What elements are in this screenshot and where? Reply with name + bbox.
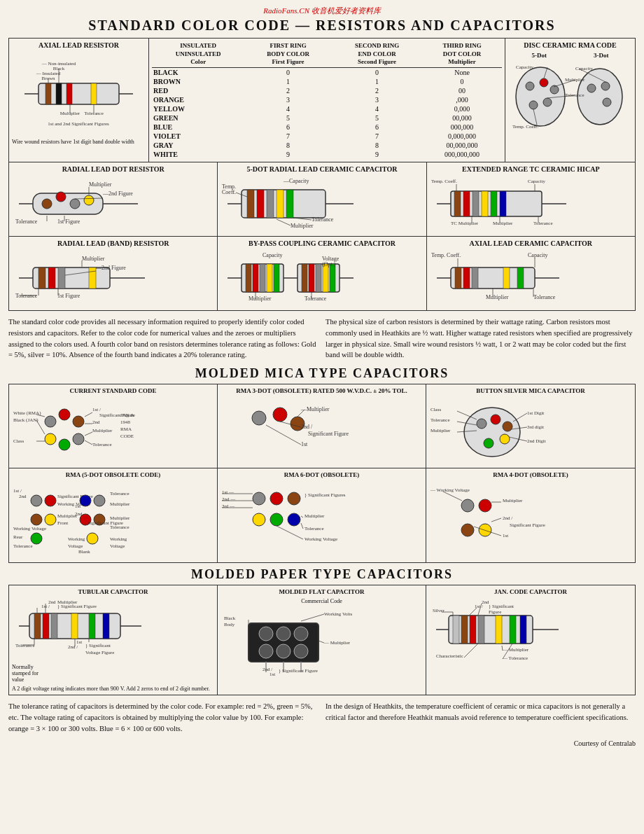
- svg-point-23: [529, 101, 538, 109]
- five-dot-ceramic-title: 5-DOT RADIAL LEAD CERAMIC CAPACITOR: [220, 165, 423, 173]
- col3-header: SECOND RING END COLOR Second Figure: [332, 41, 422, 68]
- axial-ceramic-cell: AXIAL LEAD CERAMIC CAPACITOR Temp. Coeff…: [427, 237, 635, 310]
- svg-rect-264: [71, 613, 78, 639]
- svg-text:Significant Figure: Significant Figure: [510, 522, 545, 528]
- table-row: WHITE 9 9 000,000,000: [152, 150, 502, 159]
- svg-line-245: [276, 526, 303, 539]
- svg-text:Capacity: Capacity: [528, 252, 547, 258]
- svg-rect-91: [48, 267, 55, 289]
- fig1-cell: 3: [244, 95, 332, 104]
- disc-3dot-label: 3-Dot: [594, 52, 609, 59]
- svg-point-246: [461, 499, 474, 512]
- svg-rect-118: [330, 264, 335, 292]
- svg-point-179: [477, 419, 486, 429]
- page: RadioFans.CN 收音机爱好者资料库 STANDARD COLOR CO…: [0, 0, 644, 834]
- paper-cell-3: JAN. CODE CAPACITOR Silver 1st / 2nd } S…: [426, 585, 635, 695]
- axial-lead-title: AXIAL LEAD RESISTOR: [12, 41, 146, 49]
- color-cell: YELLOW: [152, 104, 244, 113]
- svg-text:Multiplier: Multiplier: [304, 513, 325, 519]
- svg-text:— Tolerance: — Tolerance: [502, 655, 528, 661]
- svg-point-20: [540, 78, 548, 87]
- svg-text:Multiplier: Multiplier: [57, 599, 78, 605]
- watermark: RadioFans.CN 收音机爱好者资料库: [8, 6, 636, 16]
- svg-text:} Significant: } Significant: [85, 643, 111, 648]
- five-dot-ceramic-cell: 5-DOT RADIAL LEAD CERAMIC CAPACITOR —Cap…: [218, 162, 426, 236]
- svg-text:Class: Class: [13, 438, 24, 444]
- extended-tc-title: EXTENDED RANGE TC CERAMIC HICAP: [430, 165, 632, 173]
- mica-cell-6-title: RMA 4-DOT (OBSOLETE): [429, 471, 632, 478]
- fig2-cell: 8: [332, 141, 422, 150]
- svg-text:—Capacity: —Capacity: [283, 178, 309, 184]
- svg-point-181: [503, 422, 512, 431]
- color-table: INSULATED UNINSULATED Color FIRST RING B…: [152, 41, 502, 159]
- color-cell: GREEN: [152, 113, 244, 123]
- color-cell: GRAY: [152, 141, 244, 150]
- table-row: YELLOW 4 4 0,000: [152, 104, 502, 113]
- radial-dot-cell: RADIAL LEAD DOT RESISTOR Multiplier —2nd…: [9, 162, 218, 236]
- mica-cell-1-title: CURRENT STANDARD CODE: [12, 387, 214, 394]
- svg-rect-92: [58, 267, 65, 289]
- svg-text:Working: Working: [110, 536, 127, 542]
- svg-rect-262: [43, 613, 49, 639]
- svg-rect-77: [491, 191, 497, 216]
- mica-cell-5: RMA 6-DOT (OBSOLETE) 1st — 2nd — 3rd — }…: [218, 468, 426, 562]
- svg-point-232: [288, 513, 300, 526]
- bottom-desc1: The tolerance rating of capacitors is de…: [8, 701, 318, 734]
- svg-text:Working Voltage: Working Voltage: [304, 536, 337, 542]
- fig2-cell: 4: [332, 104, 422, 113]
- svg-text:Capacity: Capacity: [575, 66, 593, 71]
- svg-line-163: [85, 440, 92, 445]
- svg-text:1st Figure: 1st Figure: [57, 218, 80, 225]
- mica-4dot-diagram: — Working Voltage Multiplier 2nd / Signi…: [429, 481, 562, 558]
- svg-text:2nd: 2nd: [48, 599, 56, 605]
- svg-text:Voltage: Voltage: [68, 543, 83, 549]
- svg-point-227: [253, 492, 265, 505]
- svg-point-196: [31, 495, 42, 506]
- svg-rect-263: [51, 613, 57, 639]
- mult-cell: 0,000: [422, 104, 502, 113]
- svg-text:Multiplier: Multiplier: [110, 515, 130, 521]
- mica-5dot-diagram: 1st / 2nd Significant Figure Working Vol…: [12, 481, 152, 558]
- fig1-cell: 9: [244, 150, 332, 159]
- svg-text:} Significant Figure: } Significant Figure: [279, 668, 318, 674]
- svg-rect-114: [302, 264, 307, 292]
- svg-text:Temp. Coeff.: Temp. Coeff.: [512, 124, 538, 130]
- svg-rect-310: [510, 616, 516, 644]
- color-cell: ORANGE: [152, 95, 244, 104]
- desc1: The standard color code provides all nec…: [8, 317, 318, 361]
- svg-point-199: [45, 514, 56, 525]
- svg-point-200: [31, 533, 42, 544]
- svg-point-230: [253, 513, 265, 526]
- svg-point-25: [587, 84, 596, 92]
- axial-ceramic-title: AXIAL LEAD CERAMIC CAPACITOR: [430, 239, 632, 247]
- svg-point-229: [288, 492, 300, 505]
- svg-text:Tolerance: Tolerance: [304, 526, 324, 531]
- svg-text:Rear: Rear: [13, 534, 23, 540]
- svg-line-66: [276, 219, 290, 225]
- svg-point-146: [45, 433, 56, 445]
- svg-text:1st —: 1st —: [222, 489, 234, 495]
- svg-text:— Insulated: — Insulated: [36, 71, 61, 76]
- svg-rect-4: [66, 83, 72, 104]
- mica-cell-2-title: RMA 3-DOT (OBSOLETE) RATED 500 W.V.D.C. …: [220, 387, 423, 394]
- svg-text:Multiplier: Multiplier: [248, 296, 272, 302]
- svg-text:Significant Figure: Significant Figure: [308, 431, 349, 437]
- mult-cell: 0,000,000: [422, 132, 502, 141]
- tubular-diagram: 1st / 2nd } Significant Figure Multiplie…: [12, 598, 152, 661]
- mult-cell: 00,000,000: [422, 141, 502, 150]
- mica-cell-4: RMA (5-DOT OBSOLETE CODE) 1st / 2nd Sign…: [9, 468, 218, 562]
- svg-text:1st Digit: 1st Digit: [527, 410, 544, 416]
- svg-point-214: [87, 533, 98, 544]
- svg-text:Tolerance: Tolerance: [430, 417, 450, 423]
- value-label: value: [12, 676, 214, 683]
- mult-cell: None: [422, 68, 502, 78]
- svg-rect-115: [309, 264, 314, 292]
- svg-text:Characteristic: Characteristic: [436, 653, 463, 659]
- mult-cell: 000,000: [422, 123, 502, 132]
- disc-ceramic-title: DISC CERAMIC RMA CODE: [508, 41, 632, 49]
- svg-text:1st /: 1st /: [92, 407, 101, 412]
- svg-text:3rd —: 3rd —: [222, 503, 235, 509]
- svg-text:Multiplier: Multiplier: [92, 428, 113, 433]
- table-row: GREEN 5 5 00,000: [152, 113, 502, 123]
- svg-rect-116: [316, 264, 321, 292]
